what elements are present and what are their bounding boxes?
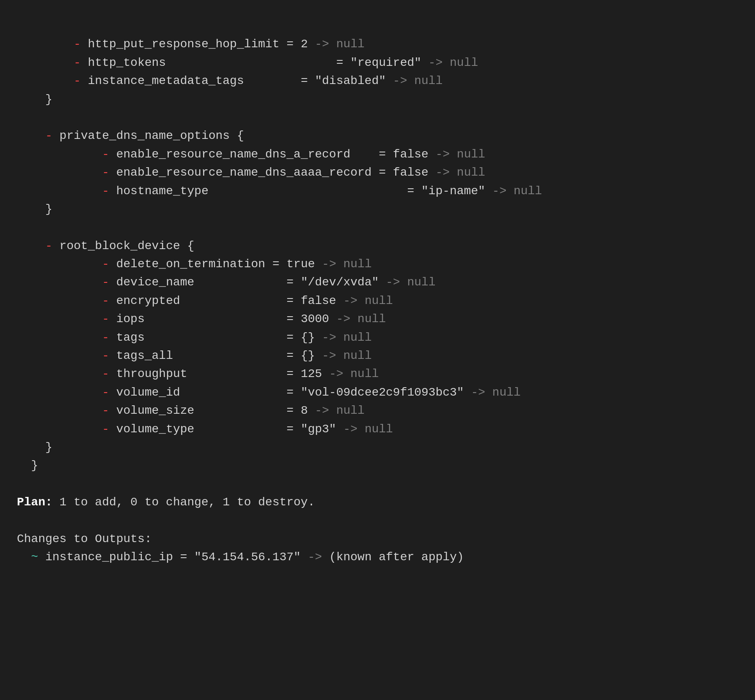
root-line-2: - device_name = "/dev/xvda" -> null <box>17 276 435 289</box>
output-arrow: -> <box>308 551 322 564</box>
root-line-5: - tags = {} -> null <box>17 331 372 344</box>
output-key: instance_public_ip <box>45 551 173 564</box>
plan-line: Plan: 1 to add, 0 to change, 1 to destro… <box>17 496 315 509</box>
root-block-close-outer: } <box>17 459 38 472</box>
metadata-line-2: - http_tokens = "required" -> null <box>17 56 478 69</box>
root-block-header: - root_block_device { <box>17 239 194 252</box>
output-old-val: "54.154.56.137" <box>194 551 301 564</box>
private-dns-header: - private_dns_name_options { <box>17 129 244 142</box>
val-2: "required" <box>350 56 421 69</box>
val-1: 2 <box>301 38 308 51</box>
private-dns-line-1: - enable_resource_name_dns_a_record = fa… <box>17 148 485 161</box>
changes-header: Changes to Outputs: <box>17 532 152 545</box>
root-line-6: - tags_all = {} -> null <box>17 349 372 362</box>
null-1: null <box>336 38 364 51</box>
root-line-4: - iops = 3000 -> null <box>17 312 386 326</box>
root-line-8: - volume_id = "vol-09dcee2c9f1093bc3" ->… <box>17 386 521 399</box>
dash-1: - <box>73 38 81 51</box>
root-line-1: - delete_on_termination = true -> null <box>17 258 372 271</box>
private-dns-line-2: - enable_resource_name_dns_aaaa_record =… <box>17 166 485 179</box>
metadata-line-1: - http_put_response_hop_limit = 2 -> nul… <box>17 38 364 51</box>
plan-keyword: Plan: <box>17 496 52 509</box>
val-3: "disabled" <box>315 74 386 87</box>
tilde-icon: ~ <box>31 551 38 564</box>
root-line-9: - volume_size = 8 -> null <box>17 404 364 417</box>
private-dns-line-3: - hostname_type = "ip-name" -> null <box>17 184 542 198</box>
terraform-output: - http_put_response_hop_limit = 2 -> nul… <box>17 17 738 567</box>
root-block-close-inner: } <box>17 441 52 454</box>
metadata-line-3: - instance_metadata_tags = "disabled" ->… <box>17 74 443 87</box>
output-new-val: (known after apply) <box>329 551 464 564</box>
root-line-10: - volume_type = "gp3" -> null <box>17 423 393 436</box>
null-2: null <box>450 56 478 69</box>
dash-2: - <box>73 56 81 69</box>
root-line-7: - throughput = 125 -> null <box>17 367 379 380</box>
null-3: null <box>414 74 443 87</box>
dash-3: - <box>73 74 81 87</box>
plan-rest: 1 to add, 0 to change, 1 to destroy. <box>52 496 315 509</box>
key-3: instance_metadata_tags <box>88 74 244 87</box>
metadata-close: } <box>17 93 52 106</box>
arrow-2: -> <box>429 56 443 69</box>
key-1: http_put_response_hop_limit <box>88 38 280 51</box>
arrow-1: -> <box>315 38 329 51</box>
private-dns-close: } <box>17 203 52 216</box>
key-2: http_tokens <box>88 56 166 69</box>
root-line-3: - encrypted = false -> null <box>17 294 393 307</box>
output-line: ~ instance_public_ip = "54.154.56.137" -… <box>17 551 464 564</box>
arrow-3: -> <box>393 74 407 87</box>
